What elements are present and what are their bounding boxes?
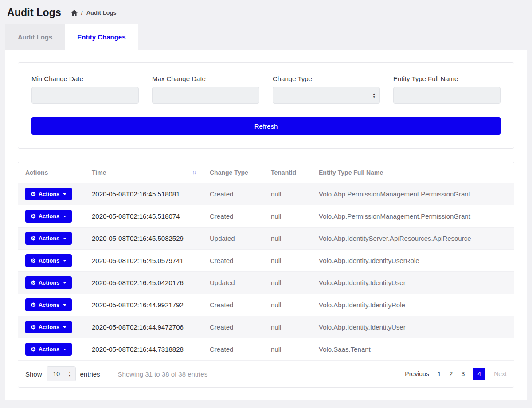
caret-down-icon	[63, 349, 66, 350]
col-header-time[interactable]: Time ↑↓	[85, 162, 203, 183]
page-size-select[interactable]: 10	[47, 366, 76, 381]
table-row: ⚙Actions 2020-05-08T02:16:44.9472706 Cre…	[18, 316, 514, 338]
entity-changes-table: Actions Time ↑↓ Change Type TenantId Ent…	[18, 162, 514, 361]
cell-change-type: Updated	[203, 272, 264, 294]
pagination-previous[interactable]: Previous	[405, 370, 429, 377]
table-row: ⚙Actions 2020-05-08T02:16:44.9921792 Cre…	[18, 294, 514, 316]
cell-entity-type: Volo.Abp.Identity.IdentityUserRole	[312, 250, 514, 272]
cell-time: 2020-05-08T02:16:45.518081	[85, 183, 203, 205]
tab-entity-changes[interactable]: Entity Changes	[65, 24, 138, 50]
table-row: ⚙Actions 2020-05-08T02:16:44.7318828 Cre…	[18, 338, 514, 361]
filter-field-entity-type: Entity Type Full Name	[393, 75, 501, 104]
cell-time: 2020-05-08T02:16:45.0579741	[85, 250, 203, 272]
cell-change-type: Created	[203, 338, 264, 361]
cell-tenant-id: null	[264, 228, 312, 250]
row-actions-button[interactable]: ⚙Actions	[25, 210, 72, 223]
cell-time: 2020-05-08T02:16:44.7318828	[85, 338, 203, 361]
change-type-label: Change Type	[273, 75, 380, 82]
col-header-actions: Actions	[18, 162, 85, 183]
row-actions-button[interactable]: ⚙Actions	[25, 188, 72, 200]
pagination-next[interactable]: Next	[494, 370, 507, 377]
cell-time: 2020-05-08T02:16:44.9921792	[85, 294, 203, 316]
cell-change-type: Created	[203, 250, 264, 272]
table-header-row: Actions Time ↑↓ Change Type TenantId Ent…	[18, 162, 514, 183]
cell-entity-type: Volo.Abp.PermissionManagement.Permission…	[312, 183, 514, 205]
row-actions-button[interactable]: ⚙Actions	[25, 343, 72, 356]
page-header: Audit Logs / Audit Logs	[0, 0, 532, 24]
cell-change-type: Updated	[203, 228, 264, 250]
caret-down-icon	[63, 326, 66, 328]
row-actions-button[interactable]: ⚙Actions	[25, 276, 72, 289]
change-type-select[interactable]	[273, 87, 380, 104]
filter-field-min-change-date: Min Change Date	[31, 75, 139, 104]
row-actions-label: Actions	[39, 302, 60, 308]
filter-card: Min Change Date Max Change Date Change T…	[18, 62, 514, 149]
cell-tenant-id: null	[264, 316, 312, 338]
caret-down-icon	[63, 216, 66, 217]
gear-icon: ⚙	[31, 235, 36, 241]
filter-field-max-change-date: Max Change Date	[152, 75, 259, 104]
caret-down-icon	[63, 238, 66, 239]
entries-summary: Showing 31 to 38 of 38 entries	[118, 370, 208, 378]
pagination-page-4-active[interactable]: 4	[473, 368, 485, 380]
caret-down-icon	[63, 304, 66, 306]
cell-change-type: Created	[203, 205, 264, 228]
table-row: ⚙Actions 2020-05-08T02:16:45.518074 Crea…	[18, 205, 514, 228]
table-footer: Show 10 ▲▼ entries Showing 31 to 38 of 3…	[18, 361, 514, 387]
col-header-change-type: Change Type	[203, 162, 264, 183]
cell-tenant-id: null	[264, 272, 312, 294]
refresh-button[interactable]: Refresh	[31, 117, 501, 135]
row-actions-button[interactable]: ⚙Actions	[25, 298, 72, 311]
gear-icon: ⚙	[31, 302, 36, 308]
caret-down-icon	[63, 282, 66, 284]
row-actions-label: Actions	[39, 346, 60, 353]
entity-type-input[interactable]	[393, 87, 501, 104]
cell-entity-type: Volo.Abp.Identity.IdentityUser	[312, 272, 514, 294]
breadcrumb: / Audit Logs	[71, 9, 117, 16]
row-actions-label: Actions	[39, 279, 60, 286]
pagination-page-2[interactable]: 2	[450, 370, 453, 377]
cell-time: 2020-05-08T02:16:45.5082529	[85, 228, 203, 250]
change-type-select-wrap: ▲▼	[273, 87, 380, 104]
cell-tenant-id: null	[264, 338, 312, 361]
max-change-date-label: Max Change Date	[152, 75, 259, 82]
caret-down-icon	[63, 193, 66, 195]
gear-icon: ⚙	[31, 346, 36, 352]
breadcrumb-current: Audit Logs	[86, 9, 117, 16]
cell-time: 2020-05-08T02:16:45.518074	[85, 205, 203, 228]
tab-audit-logs[interactable]: Audit Logs	[5, 24, 65, 50]
row-actions-button[interactable]: ⚙Actions	[25, 232, 72, 245]
row-actions-label: Actions	[39, 324, 60, 330]
cell-entity-type: Volo.Abp.Identity.IdentityUser	[312, 316, 514, 338]
row-actions-button[interactable]: ⚙Actions	[25, 321, 72, 333]
gear-icon: ⚙	[31, 213, 36, 219]
pagination-page-1[interactable]: 1	[438, 370, 441, 377]
tab-content-panel: Min Change Date Max Change Date Change T…	[5, 50, 527, 400]
row-actions-label: Actions	[39, 257, 60, 264]
cell-entity-type: Volo.Saas.Tenant	[312, 338, 514, 361]
tab-bar: Audit Logs Entity Changes	[5, 24, 527, 50]
min-change-date-input[interactable]	[31, 87, 139, 104]
cell-change-type: Created	[203, 316, 264, 338]
gear-icon: ⚙	[31, 324, 36, 330]
sort-icon: ↑↓	[192, 169, 196, 176]
cell-tenant-id: null	[264, 294, 312, 316]
pagination-page-3[interactable]: 3	[461, 370, 465, 377]
gear-icon: ⚙	[31, 191, 36, 197]
entity-type-label: Entity Type Full Name	[393, 75, 501, 82]
col-header-tenant-id: TenantId	[264, 162, 312, 183]
table-row: ⚙Actions 2020-05-08T02:16:45.0420176 Upd…	[18, 272, 514, 294]
cell-tenant-id: null	[264, 250, 312, 272]
show-label: Show	[25, 370, 42, 378]
row-actions-button[interactable]: ⚙Actions	[25, 254, 72, 267]
cell-time: 2020-05-08T02:16:44.9472706	[85, 316, 203, 338]
cell-change-type: Created	[203, 294, 264, 316]
max-change-date-input[interactable]	[152, 87, 259, 104]
filter-grid: Min Change Date Max Change Date Change T…	[31, 75, 501, 104]
page-title: Audit Logs	[7, 7, 61, 19]
col-header-entity-type: Entity Type Full Name	[312, 162, 514, 183]
home-icon[interactable]	[71, 10, 78, 16]
cell-entity-type: Volo.Abp.Identity.IdentityRole	[312, 294, 514, 316]
cell-entity-type: Volo.Abp.PermissionManagement.Permission…	[312, 205, 514, 228]
cell-time: 2020-05-08T02:16:45.0420176	[85, 272, 203, 294]
